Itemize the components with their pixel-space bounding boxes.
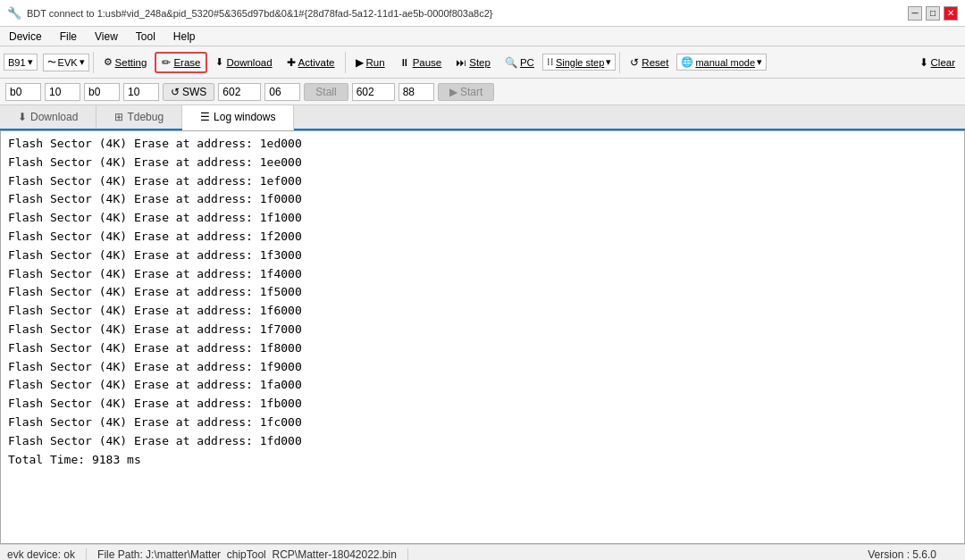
download-tab-icon: ⬇ [18,111,27,123]
status-device: evk device: ok [7,548,87,561]
evk-dropdown-arrow: ▾ [80,56,85,68]
separator-3 [619,52,620,73]
tab-bar: ⬇ Download ⊞ Tdebug ☰ Log windows [0,105,965,130]
toolbar: B91 ▾ 〜 EVK ▾ ⚙ Setting ✏ Erase ⬇ Downlo… [0,46,965,79]
field-6[interactable] [264,83,300,101]
manual-mode-icon: 🌐 [681,56,693,68]
erase-button[interactable]: ✏ Erase [155,52,207,73]
stall-button[interactable]: Stall [304,83,348,101]
pause-button[interactable]: ⏸ Pause [393,54,449,71]
menu-device[interactable]: Device [5,29,46,45]
menu-file[interactable]: File [56,29,80,45]
single-step-arrow: ▾ [606,56,611,68]
setting-icon: ⚙ [104,56,113,68]
run-icon: ▶ [356,56,364,69]
app-icon: 🔧 [7,6,21,20]
erase-icon: ✏ [162,56,171,69]
tab-log-windows[interactable]: ☰ Log windows [182,105,294,130]
pc-button[interactable]: 🔍 PC [499,53,541,72]
download-icon: ⬇ [215,56,223,68]
step-label: Step [469,57,491,68]
log-tab-icon: ☰ [200,111,210,123]
window-controls: ─ □ ✕ [908,6,958,21]
log-tab-label: Log windows [214,111,275,123]
main-content: Flash Sector (4K) Erase at address: 1ed0… [0,130,965,544]
maximize-button[interactable]: □ [926,6,940,21]
setting-label: Setting [115,57,147,68]
status-file-path: File Path: J:\matter\Matter_chipTool_RCP… [97,548,408,561]
b91-dropdown[interactable]: B91 ▾ [4,54,38,71]
menu-bar: Device File View Tool Help [0,27,965,46]
reset-icon: ↺ [630,56,639,69]
clear-icon: ⬇ [919,56,928,69]
tab-download[interactable]: ⬇ Download [0,105,96,129]
pc-label: PC [520,57,534,68]
wave-icon: 〜 [47,56,56,69]
field-2[interactable] [45,83,80,101]
manual-mode-arrow: ▾ [757,56,762,68]
clear-button[interactable]: ⬇ Clear [913,53,961,72]
evk-label: EVK [58,57,78,68]
start-label: Start [460,86,482,98]
step-icon: ⏭ [456,57,466,68]
menu-view[interactable]: View [91,29,122,45]
menu-help[interactable]: Help [170,29,199,45]
run-label: Run [366,57,385,68]
sws-button[interactable]: ↺ SWS [163,83,214,101]
field-4[interactable] [123,83,159,101]
stall-label: Stall [315,86,336,98]
status-bar: evk device: ok File Path: J:\matter\Matt… [0,544,965,560]
field-bar: ↺ SWS Stall ▶ Start [0,79,965,105]
pc-search-icon: 🔍 [505,56,517,69]
tdebug-tab-icon: ⊞ [114,111,123,123]
download-button[interactable]: ⬇ Download [209,53,278,71]
close-button[interactable]: ✕ [944,6,958,21]
start-button[interactable]: ▶ Start [438,83,495,101]
field-5[interactable] [218,83,261,101]
start-icon: ▶ [449,86,457,98]
evk-dropdown[interactable]: 〜 EVK ▾ [43,54,89,71]
download-label: Download [226,57,272,68]
download-tab-label: Download [30,111,78,123]
step-button[interactable]: ⏭ Step [449,54,497,71]
single-step-icon: ⁞⁞ [547,56,554,68]
field-3[interactable] [84,83,120,101]
tab-tdebug[interactable]: ⊞ Tdebug [96,105,182,129]
b91-dropdown-arrow: ▾ [28,56,33,68]
status-version: Version : 5.6.0 [868,548,947,561]
reset-button[interactable]: ↺ Reset [624,53,675,72]
single-step-dropdown[interactable]: ⁞⁞ Single step ▾ [542,54,616,71]
minimize-button[interactable]: ─ [908,6,922,21]
run-button[interactable]: ▶ Run [349,53,391,72]
field-8[interactable] [399,83,434,101]
single-step-label: Single step [556,57,604,68]
erase-label: Erase [173,57,200,68]
field-1[interactable] [5,83,41,101]
activate-icon: ✚ [287,56,296,69]
reset-label: Reset [642,57,668,68]
separator-1 [93,52,94,73]
pause-label: Pause [413,57,442,68]
clear-label: Clear [931,57,955,68]
sws-label: SWS [182,86,206,98]
setting-button[interactable]: ⚙ Setting [97,53,154,71]
b91-label: B91 [8,57,26,68]
field-7[interactable] [352,83,395,101]
sws-refresh-icon: ↺ [171,86,180,98]
manual-mode-label: manual mode [695,57,755,68]
log-area[interactable]: Flash Sector (4K) Erase at address: 1ed0… [0,130,965,544]
separator-2 [345,52,346,73]
title-bar: 🔧 BDT connect to 1:usb#vid_248a&pid_5320… [0,0,965,27]
window-title: BDT connect to 1:usb#vid_248a&pid_5320#5… [27,8,493,19]
manual-mode-dropdown[interactable]: 🌐 manual mode ▾ [676,54,767,71]
tdebug-tab-label: Tdebug [127,111,164,123]
activate-button[interactable]: ✚ Activate [281,53,341,72]
menu-tool[interactable]: Tool [132,29,159,45]
pause-icon: ⏸ [399,57,410,68]
activate-label: Activate [298,57,335,68]
